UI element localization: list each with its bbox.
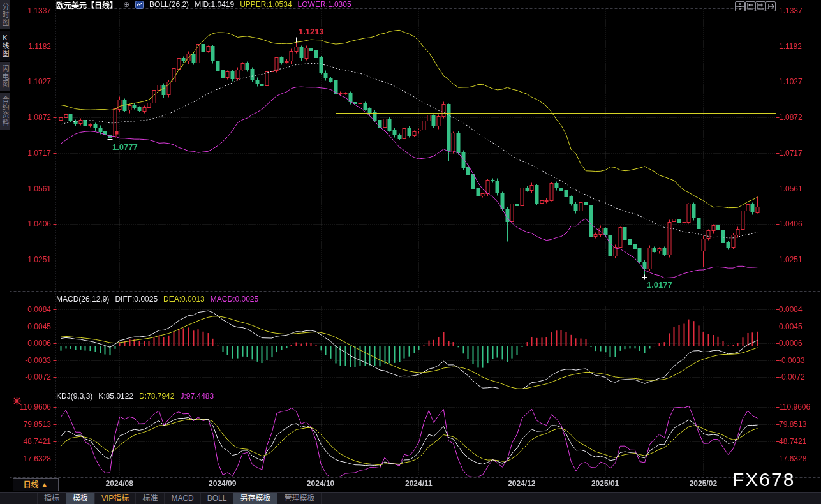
price-axis-label: 1.1027	[18, 77, 51, 86]
price-annotation: 1.0777	[112, 142, 138, 152]
price-axis-label: 1.1182	[779, 42, 802, 51]
kdj-axis-label: 79.8513	[18, 420, 51, 429]
macd-axis-label: 0.0006	[18, 339, 51, 348]
axis-zoom-out-icon[interactable]	[745, 1, 755, 11]
kdj-header: KDJ(9,3,3) K:85.0122 D:78.7942 J:97.4483	[56, 392, 214, 401]
x-axis-label: 2025/02	[684, 479, 722, 488]
x-axis-label: 2025/01	[586, 479, 625, 488]
macd-dea-value: DEA:0.0013	[163, 295, 205, 304]
macd-title: MACD(26,12,9)	[56, 295, 109, 304]
macd-axis-label: 0.0084	[18, 305, 51, 314]
price-axis-label: 1.0406	[18, 219, 51, 228]
kdj-axis-label: 48.7421	[18, 437, 51, 446]
sidebar-tab-3[interactable]: 合约资料	[0, 93, 10, 130]
sidebar-tab-1[interactable]: K线图	[0, 31, 10, 61]
sidebar-tab-2[interactable]: 闪电图	[0, 62, 10, 91]
kdj-axis-label: 17.6328	[779, 454, 806, 463]
bottom-tab-5[interactable]: BOLL	[201, 493, 234, 504]
sidebar-tab-0[interactable]: 分时图	[0, 0, 10, 29]
x-axis-label: 2024/08	[100, 479, 138, 488]
chart-type-icon[interactable]	[135, 1, 144, 9]
price-axis-label: 1.1337	[18, 6, 51, 15]
bottom-tab-3[interactable]: 标准	[136, 493, 165, 504]
price-axis-label: 1.0717	[779, 149, 803, 158]
x-axis-label: 2024/10	[302, 479, 340, 488]
price-axis-label: 1.0251	[18, 255, 51, 264]
price-axis-label: 1.1182	[18, 42, 51, 51]
add-indicator-icon[interactable]: ⊕	[123, 1, 129, 8]
macd-axis-label: -0.0033	[779, 356, 805, 365]
kdj-axis-label: 110.9606	[18, 403, 51, 411]
bottom-tab-6[interactable]: 另存模板	[233, 493, 277, 504]
kdj-k-value: K:85.0122	[98, 392, 133, 401]
macd-axis-label: 0.0084	[779, 305, 803, 314]
macd-axis-label: 0.0006	[779, 339, 803, 348]
kdj-settings-icon[interactable]	[13, 396, 21, 408]
jump-to-latest-icon[interactable]	[766, 1, 776, 11]
kdj-j-value: J:97.4483	[180, 392, 214, 401]
crosshair-icon[interactable]	[735, 1, 745, 11]
x-axis-label: 2024/11	[399, 479, 438, 488]
boll-upper-value: UPPER:1.0534	[240, 0, 292, 9]
bottom-tab-0[interactable]: 指标	[37, 493, 66, 504]
price-axis-label: 1.1027	[779, 77, 803, 86]
trading-app: { "header": { "symbol_title": "欧元美元【日线】"…	[0, 0, 821, 504]
macd-axis-label: -0.0072	[18, 373, 51, 382]
macd-axis-label: -0.0033	[18, 356, 51, 365]
chart-header: 欧元美元【日线】 ⊕ BOLL(26,2) MID:1.0419 UPPER:1…	[56, 0, 351, 9]
boll-lower-value: LOWER:1.0305	[298, 0, 351, 9]
x-axis-label: 2024/09	[203, 479, 242, 488]
macd-diff-value: DIFF:0.0025	[115, 295, 158, 304]
macd-axis-label: 0.0045	[779, 322, 803, 331]
macd-header: MACD(26,12,9) DIFF:0.0025 DEA:0.0013 MAC…	[56, 295, 258, 304]
price-axis-label: 1.0251	[779, 255, 803, 264]
x-axis-label: 2024/12	[503, 479, 541, 488]
price-axis-label: 1.0717	[18, 149, 51, 158]
price-annotation: 1.0177	[647, 280, 672, 290]
kdj-d-value: D:78.7942	[139, 392, 174, 401]
bottom-tab-1[interactable]: 模板	[66, 493, 95, 504]
chart-canvas[interactable]	[0, 0, 821, 504]
symbol-title: 欧元美元【日线】	[56, 0, 117, 10]
kdj-title: KDJ(9,3,3)	[56, 392, 92, 401]
watermark: FX678	[732, 469, 795, 491]
kdj-axis-label: 17.6328	[18, 454, 51, 463]
kdj-axis-label: 48.7421	[779, 437, 806, 446]
price-axis-label: 1.0406	[779, 219, 803, 228]
bottom-tab-2[interactable]: VIP指标	[95, 493, 136, 504]
macd-value: MACD:0.0025	[211, 295, 258, 304]
bottom-tab-7[interactable]: 管理模板	[277, 493, 322, 504]
macd-axis-label: -0.0072	[779, 373, 805, 382]
price-axis-label: 1.1337	[779, 6, 803, 15]
price-axis-label: 1.0561	[18, 184, 51, 193]
boll-mid-value: MID:1.0419	[195, 0, 234, 9]
price-axis-label: 1.0872	[18, 113, 51, 122]
sidebar: 分时图K线图闪电图合约资料	[0, 0, 10, 504]
boll-label: BOLL(26,2)	[149, 0, 189, 9]
bottom-tab-4[interactable]: MACD	[165, 493, 200, 504]
macd-axis-label: 0.0045	[18, 322, 51, 331]
price-axis-label: 1.0561	[779, 184, 803, 193]
price-annotation: 1.1213	[299, 27, 324, 36]
kdj-axis-label: 110.9606	[779, 403, 810, 411]
price-axis-label: 1.0872	[779, 113, 803, 122]
bottom-tab-bar: 指标模板VIP指标标准MACDBOLL另存模板管理模板	[0, 492, 821, 504]
kdj-axis-label: 79.8513	[779, 420, 806, 429]
axis-zoom-in-icon[interactable]	[755, 1, 766, 11]
period-selector[interactable]: 日线 ▲	[13, 478, 59, 491]
